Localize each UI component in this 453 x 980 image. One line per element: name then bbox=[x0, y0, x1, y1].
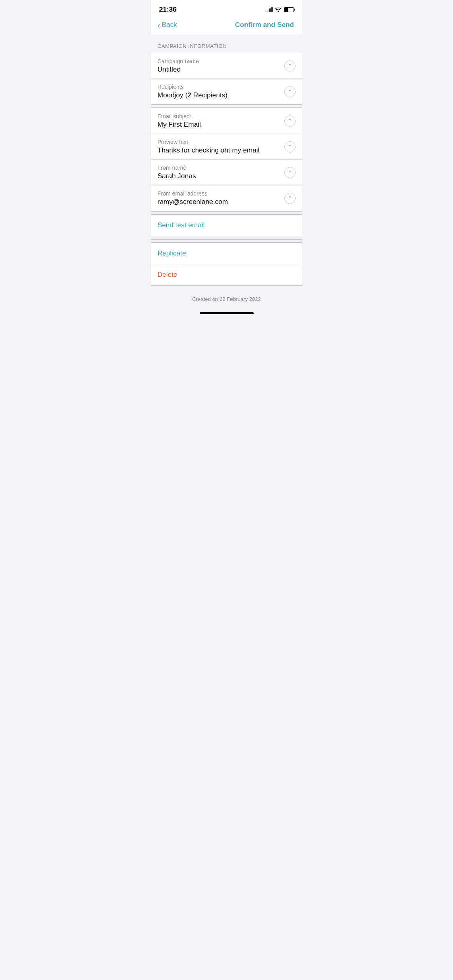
back-button[interactable]: ‹ Back bbox=[157, 21, 177, 29]
preview-text-label: Preview text bbox=[157, 139, 284, 145]
home-bar bbox=[200, 312, 254, 314]
recipients-content: Recipients Moodjoy (2 Recipients) bbox=[157, 84, 284, 99]
campaign-name-chevron-icon: ⌃ bbox=[284, 60, 296, 72]
email-subject-label: Email subject bbox=[157, 113, 284, 119]
delete-button[interactable]: Delete bbox=[151, 264, 302, 285]
from-name-chevron-icon: ⌃ bbox=[284, 167, 296, 178]
campaign-name-label: Campaign name bbox=[157, 58, 284, 64]
section-divider-1 bbox=[151, 105, 302, 108]
email-subject-chevron-icon: ⌃ bbox=[284, 115, 296, 127]
page-title: Confirm and Send bbox=[235, 21, 294, 29]
campaign-name-value: Untitled bbox=[157, 66, 284, 74]
from-name-label: From name bbox=[157, 165, 284, 171]
from-name-row[interactable]: From name Sarah Jonas ⌃ bbox=[151, 160, 302, 185]
wifi-icon bbox=[275, 7, 281, 13]
recipients-chevron-icon: ⌃ bbox=[284, 86, 296, 97]
chevron-left-icon: ‹ bbox=[157, 21, 160, 29]
footer: Created on 22 February 2022 bbox=[151, 289, 302, 309]
preview-text-chevron-icon: ⌃ bbox=[284, 141, 296, 152]
email-subject-value: My First Email bbox=[157, 121, 284, 129]
home-indicator bbox=[151, 309, 302, 317]
send-test-email-label: Send test email bbox=[157, 221, 205, 229]
recipients-label: Recipients bbox=[157, 84, 284, 90]
replicate-button[interactable]: Replicate bbox=[151, 243, 302, 264]
preview-text-content: Preview text Thanks for checking oht my … bbox=[157, 139, 284, 154]
status-icons bbox=[265, 7, 294, 13]
email-subject-row[interactable]: Email subject My First Email ⌃ bbox=[151, 108, 302, 134]
delete-label: Delete bbox=[157, 271, 177, 278]
campaign-name-content: Campaign name Untitled bbox=[157, 58, 284, 74]
recipients-value: Moodjoy (2 Recipients) bbox=[157, 91, 284, 99]
status-bar: 21:36 bbox=[151, 0, 302, 17]
battery-icon bbox=[284, 7, 294, 12]
replicate-label: Replicate bbox=[157, 249, 186, 257]
back-label: Back bbox=[162, 21, 177, 29]
status-time: 21:36 bbox=[159, 6, 176, 14]
recipients-row[interactable]: Recipients Moodjoy (2 Recipients) ⌃ bbox=[151, 79, 302, 104]
campaign-card-section: Campaign name Untitled ⌃ Recipients Mood… bbox=[151, 53, 302, 105]
section-divider-3 bbox=[151, 239, 302, 243]
created-date-text: Created on 22 February 2022 bbox=[192, 296, 261, 302]
send-test-section: Send test email bbox=[151, 214, 302, 236]
campaign-section-header: CAMPAIGN INFORMATION bbox=[151, 34, 302, 53]
section-divider-2 bbox=[151, 211, 302, 214]
from-email-value: ramy@screenlane.com bbox=[157, 198, 284, 206]
secondary-actions-section: Replicate Delete bbox=[151, 243, 302, 286]
campaign-section-label: CAMPAIGN INFORMATION bbox=[157, 43, 227, 49]
nav-bar: ‹ Back Confirm and Send bbox=[151, 17, 302, 34]
send-test-email-button[interactable]: Send test email bbox=[151, 215, 302, 236]
email-card-section: Email subject My First Email ⌃ Preview t… bbox=[151, 108, 302, 211]
from-name-content: From name Sarah Jonas bbox=[157, 165, 284, 180]
from-email-row[interactable]: From email address ramy@screenlane.com ⌃ bbox=[151, 185, 302, 211]
preview-text-row[interactable]: Preview text Thanks for checking oht my … bbox=[151, 134, 302, 160]
email-subject-content: Email subject My First Email bbox=[157, 113, 284, 129]
signal-icon bbox=[265, 7, 273, 12]
from-email-chevron-icon: ⌃ bbox=[284, 193, 296, 204]
from-email-label: From email address bbox=[157, 190, 284, 197]
campaign-name-row[interactable]: Campaign name Untitled ⌃ bbox=[151, 53, 302, 79]
preview-text-value: Thanks for checking oht my email bbox=[157, 146, 284, 154]
from-name-value: Sarah Jonas bbox=[157, 172, 284, 180]
from-email-content: From email address ramy@screenlane.com bbox=[157, 190, 284, 206]
